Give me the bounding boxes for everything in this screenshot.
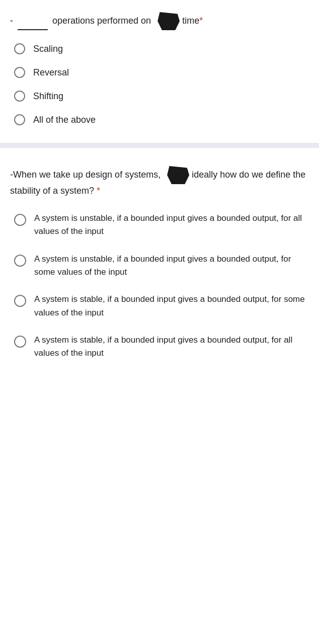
q1-radio-all[interactable] bbox=[14, 114, 25, 125]
section-divider bbox=[0, 143, 319, 148]
q1-option-all[interactable]: All of the above bbox=[14, 113, 309, 127]
q1-middle: operations performed on bbox=[50, 16, 151, 26]
question2-options: A system is unstable, if a bounded input… bbox=[10, 212, 309, 360]
q2-label-c: A system is stable, if a bounded input g… bbox=[34, 293, 309, 319]
q1-option-scaling[interactable]: Scaling bbox=[14, 42, 309, 56]
q2-option-d[interactable]: A system is stable, if a bounded input g… bbox=[14, 334, 309, 360]
q1-label-all: All of the above bbox=[33, 113, 96, 127]
question1-options: Scaling Reversal Shifting All of the abo… bbox=[10, 42, 309, 127]
q1-radio-inner-scaling bbox=[17, 46, 22, 51]
q2-radio-d[interactable] bbox=[14, 336, 26, 348]
q1-label-scaling: Scaling bbox=[33, 42, 63, 56]
q2-radio-inner-d bbox=[18, 339, 23, 344]
question1-section: - operations performed on time* Scaling … bbox=[0, 0, 319, 139]
q2-option-c[interactable]: A system is stable, if a bounded input g… bbox=[14, 293, 309, 319]
q1-radio-inner-all bbox=[17, 117, 22, 122]
q2-label-d: A system is stable, if a bounded input g… bbox=[34, 334, 309, 360]
question1-header: - operations performed on time* bbox=[10, 12, 309, 30]
q2-radio-b[interactable] bbox=[14, 255, 26, 267]
q1-option-shifting[interactable]: Shifting bbox=[14, 90, 309, 103]
q1-required: * bbox=[199, 16, 203, 26]
q2-radio-inner-c bbox=[18, 298, 23, 303]
q2-radio-inner-b bbox=[18, 258, 23, 263]
q2-label-a: A system is unstable, if a bounded input… bbox=[34, 212, 309, 238]
q2-option-b[interactable]: A system is unstable, if a bounded input… bbox=[14, 253, 309, 279]
q1-option-reversal[interactable]: Reversal bbox=[14, 66, 309, 79]
q2-required: * bbox=[97, 186, 100, 196]
question1-text: - operations performed on time* bbox=[10, 12, 203, 30]
q1-end: time bbox=[182, 16, 199, 26]
q2-radio-c[interactable] bbox=[14, 295, 26, 307]
question2-section: -When we take up design of systems, idea… bbox=[0, 152, 319, 372]
q1-prefix: - bbox=[10, 16, 16, 26]
q1-radio-inner-reversal bbox=[17, 70, 22, 75]
q1-radio-reversal[interactable] bbox=[14, 67, 25, 78]
q2-radio-a[interactable] bbox=[14, 214, 26, 226]
q2-radio-inner-a bbox=[18, 217, 23, 222]
q1-blank bbox=[18, 29, 48, 30]
q1-label-reversal: Reversal bbox=[33, 66, 69, 79]
q1-radio-shifting[interactable] bbox=[14, 91, 25, 102]
q1-radio-inner-shifting bbox=[17, 94, 22, 99]
q1-label-shifting: Shifting bbox=[33, 90, 63, 103]
q2-label-b: A system is unstable, if a bounded input… bbox=[34, 253, 309, 279]
q1-radio-scaling[interactable] bbox=[14, 43, 25, 54]
q2-prefix: -When we take up design of systems, bbox=[10, 170, 161, 180]
redacted-icon-1 bbox=[157, 12, 180, 30]
question2-text: -When we take up design of systems, idea… bbox=[10, 166, 309, 198]
q2-option-a[interactable]: A system is unstable, if a bounded input… bbox=[14, 212, 309, 238]
question2-header: -When we take up design of systems, idea… bbox=[10, 166, 309, 198]
redacted-icon-2 bbox=[167, 166, 189, 184]
